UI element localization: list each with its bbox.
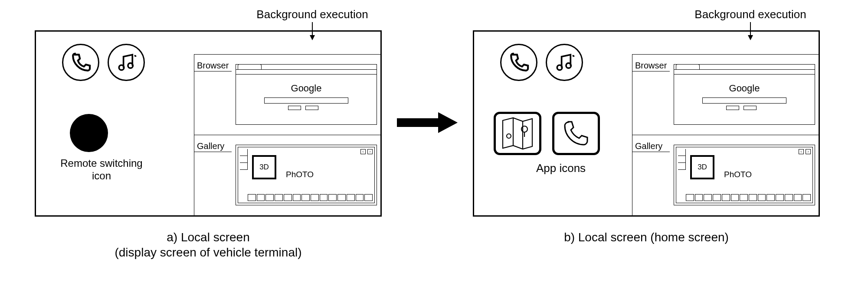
arrow-down-icon — [308, 22, 317, 40]
remote-switching-icon[interactable] — [70, 114, 108, 152]
gallery-scroll-left-icon: ‹ — [360, 149, 366, 154]
phone-app-icon[interactable] — [552, 112, 600, 155]
remote-switching-label: Remote switching icon — [52, 157, 151, 182]
gallery-filmstrip — [686, 194, 811, 201]
gallery-photo-label: PhOTO — [724, 170, 752, 179]
svg-point-0 — [119, 65, 124, 70]
bg-exec-callout-a: Background execution — [243, 8, 382, 40]
figure-diagram: Remote switching icon Browser Google Gal… — [0, 0, 868, 292]
panel-b-caption: b) Local screen (home screen) — [473, 230, 820, 245]
svg-point-1 — [128, 63, 132, 68]
browser-search-bar — [702, 97, 786, 104]
gallery-3d-frame-icon: 3D — [690, 155, 714, 179]
gallery-inner: 3D PhOTO › ‹ — [676, 147, 813, 203]
bg-row-gallery: Gallery 3D PhOTO › ‹ — [632, 135, 819, 216]
gallery-sidebar — [678, 149, 686, 201]
remote-switching-label-line1: Remote switching — [60, 157, 142, 169]
gallery-thumbnail[interactable]: 3D PhOTO › ‹ — [236, 145, 377, 205]
svg-point-6 — [557, 65, 562, 70]
browser-tab-icon — [238, 64, 262, 69]
music-launcher-icon[interactable] — [546, 44, 583, 81]
call-app-icon — [559, 116, 593, 151]
svg-marker-5 — [438, 112, 458, 133]
bg-exec-callout-b-label: Background execution — [694, 8, 806, 21]
browser-search-button-2 — [744, 106, 757, 110]
gallery-scroll-left-icon: ‹ — [799, 149, 804, 154]
phone-launcher-icon[interactable] — [500, 44, 537, 81]
svg-marker-11 — [748, 35, 753, 40]
bg-row-gallery-label: Gallery — [196, 141, 225, 151]
gallery-3d-frame-icon: 3D — [252, 155, 276, 179]
browser-tabbar — [674, 69, 815, 75]
gallery-3d-label: 3D — [259, 163, 269, 172]
gallery-filmstrip — [248, 194, 373, 201]
gallery-3d-label: 3D — [698, 163, 707, 172]
bg-row-browser-underline — [194, 71, 232, 71]
phone-icon — [69, 51, 93, 75]
browser-tabbar — [236, 69, 377, 75]
bg-row-browser-underline — [632, 71, 670, 71]
gallery-thumbnail[interactable]: 3D PhOTO › ‹ — [674, 145, 815, 205]
maps-icon — [500, 116, 535, 151]
bg-row-browser: Browser Google — [632, 55, 819, 135]
phone-icon — [507, 51, 531, 75]
bg-row-browser: Browser Google — [194, 55, 380, 135]
music-launcher-icon[interactable] — [108, 44, 145, 81]
svg-marker-3 — [310, 35, 315, 40]
browser-tab-icon — [676, 64, 700, 69]
music-icon — [115, 51, 138, 75]
gallery-sidebar — [240, 149, 248, 201]
bg-row-gallery: Gallery 3D PhOTO › ‹ — [194, 135, 380, 216]
svg-point-7 — [566, 63, 570, 68]
gallery-inner: 3D PhOTO › ‹ — [238, 147, 375, 203]
bg-row-gallery-underline — [194, 152, 232, 152]
gallery-scroll-right-icon: › — [367, 149, 373, 154]
transition-arrow-icon — [397, 110, 458, 135]
browser-search-text: Google — [674, 83, 815, 94]
bg-exec-callout-b: Background execution — [681, 8, 820, 40]
panel-a-caption-line1: a) Local screen — [167, 230, 249, 244]
app-icons-label: App icons — [513, 162, 609, 175]
browser-thumbnail[interactable]: Google — [674, 64, 815, 125]
bg-row-gallery-label: Gallery — [634, 141, 663, 151]
arrow-down-icon — [746, 22, 755, 40]
gallery-scroll-right-icon: › — [806, 149, 811, 154]
panel-a-caption-line2: (display screen of vehicle terminal) — [115, 246, 301, 259]
panel-a-caption: a) Local screen (display screen of vehic… — [35, 230, 382, 260]
bg-row-gallery-underline — [632, 152, 670, 152]
browser-search-button-1 — [726, 106, 739, 110]
background-execution-panel: Browser Google Gallery — [632, 54, 819, 215]
panel-b-caption-line1: b) Local screen (home screen) — [564, 230, 729, 244]
browser-thumbnail[interactable]: Google — [236, 64, 377, 125]
bg-exec-callout-a-label: Background execution — [256, 8, 368, 21]
maps-app-icon[interactable] — [494, 112, 541, 155]
phone-launcher-icon[interactable] — [62, 44, 99, 81]
remote-switching-label-line2: icon — [92, 170, 111, 182]
bg-row-browser-label: Browser — [634, 61, 668, 71]
bg-row-browser-label: Browser — [196, 61, 229, 71]
background-execution-panel: Browser Google Gallery — [194, 54, 380, 215]
svg-point-9 — [507, 134, 511, 138]
gallery-photo-label: PhOTO — [286, 170, 314, 179]
local-screen-home: App icons Browser Google Gallery — [473, 30, 820, 217]
local-screen-vehicle: Remote switching icon Browser Google Gal… — [35, 30, 382, 217]
music-icon — [553, 51, 576, 75]
svg-rect-4 — [397, 118, 438, 127]
browser-search-text: Google — [236, 83, 377, 94]
browser-search-bar — [264, 97, 348, 104]
browser-search-button-2 — [305, 106, 318, 110]
browser-search-button-1 — [288, 106, 301, 110]
